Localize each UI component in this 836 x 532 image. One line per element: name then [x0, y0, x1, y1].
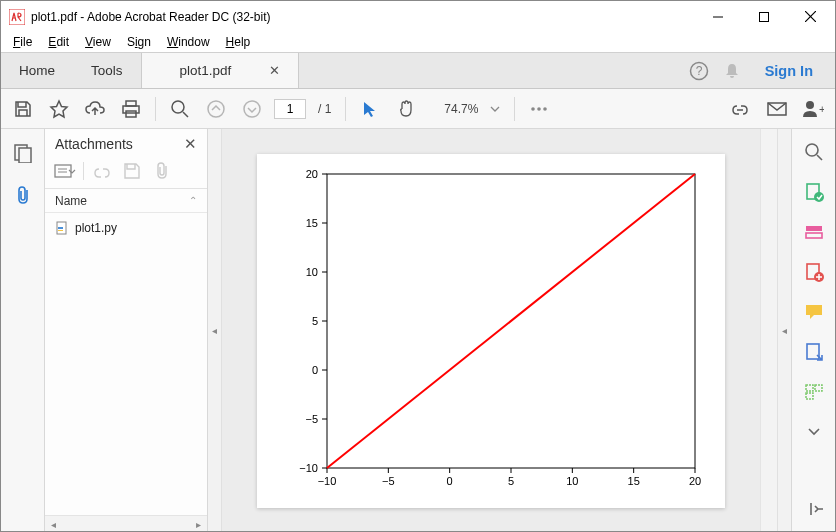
left-collapse-handle[interactable]: ◂: [208, 129, 222, 532]
panel-save-icon[interactable]: [120, 159, 144, 183]
attachments-panel: Attachments ✕ Name ⌃ plot1.py ◂ ▸: [45, 129, 208, 532]
create-pdf-icon[interactable]: [801, 259, 827, 285]
panel-title: Attachments: [55, 136, 184, 152]
svg-text:−10: −10: [299, 462, 318, 474]
svg-text:−5: −5: [305, 413, 318, 425]
svg-point-61: [814, 192, 824, 202]
svg-rect-71: [806, 393, 813, 399]
menu-window[interactable]: Window: [159, 33, 218, 51]
pointer-icon[interactable]: [356, 95, 384, 123]
svg-text:−5: −5: [382, 475, 395, 487]
maximize-button[interactable]: [741, 2, 787, 32]
svg-text:20: 20: [306, 168, 318, 180]
panel-horizontal-scrollbar[interactable]: ◂ ▸: [45, 515, 207, 532]
toolbar-separator: [155, 97, 156, 121]
svg-text:10: 10: [566, 475, 578, 487]
star-icon[interactable]: [45, 95, 73, 123]
svg-rect-9: [126, 111, 136, 117]
comment-icon[interactable]: [801, 299, 827, 325]
menu-sign[interactable]: Sign: [119, 33, 159, 51]
compress-icon[interactable]: [801, 379, 827, 405]
document-viewport[interactable]: −10−505101520−10−505101520: [222, 129, 760, 532]
link-share-icon[interactable]: [727, 95, 755, 123]
attachment-item[interactable]: plot1.py: [45, 217, 207, 239]
zoom-dropdown-icon[interactable]: [486, 95, 504, 123]
close-button[interactable]: [787, 2, 833, 32]
svg-rect-26: [58, 227, 63, 229]
svg-rect-68: [807, 344, 819, 359]
edit-pdf-icon[interactable]: [801, 219, 827, 245]
chart-plot: −10−505101520−10−505101520: [257, 154, 725, 508]
menu-help[interactable]: Help: [218, 33, 259, 51]
add-person-icon[interactable]: +: [799, 95, 827, 123]
print-icon[interactable]: [117, 95, 145, 123]
page-number-input[interactable]: [274, 99, 306, 119]
email-icon[interactable]: [763, 95, 791, 123]
chevron-down-icon[interactable]: [801, 419, 827, 445]
page-down-icon[interactable]: [238, 95, 266, 123]
menu-view[interactable]: View: [77, 33, 119, 51]
page-up-icon[interactable]: [202, 95, 230, 123]
left-rail: [1, 129, 45, 532]
panel-options-icon[interactable]: [53, 159, 77, 183]
svg-point-10: [172, 101, 184, 113]
expand-tools-icon[interactable]: [801, 496, 827, 522]
svg-rect-0: [9, 9, 25, 25]
toolbar-separator: [514, 97, 515, 121]
export-pdf-icon[interactable]: [801, 179, 827, 205]
tab-document[interactable]: plot1.pdf ✕: [141, 53, 300, 88]
file-icon: [55, 221, 69, 235]
tab-tools[interactable]: Tools: [73, 53, 141, 88]
thumbnails-icon[interactable]: [9, 139, 37, 167]
right-collapse-handle[interactable]: ◂: [777, 129, 791, 532]
hand-icon[interactable]: [392, 95, 420, 123]
scroll-right-arrow[interactable]: ▸: [190, 519, 207, 530]
window-title: plot1.pdf - Adobe Acrobat Reader DC (32-…: [31, 10, 695, 24]
save-icon[interactable]: [9, 95, 37, 123]
main-area: Attachments ✕ Name ⌃ plot1.py ◂ ▸ ◂: [1, 129, 835, 532]
column-name-label: Name: [55, 194, 87, 208]
svg-rect-2: [760, 12, 769, 21]
zoom-level-label: 74.7%: [428, 102, 478, 116]
pdf-page: −10−505101520−10−505101520: [257, 154, 725, 508]
panel-close-icon[interactable]: ✕: [184, 135, 197, 153]
minimize-button[interactable]: [695, 2, 741, 32]
svg-text:15: 15: [306, 217, 318, 229]
vertical-scrollbar[interactable]: [760, 129, 777, 532]
panel-attach-icon[interactable]: [150, 159, 174, 183]
tab-close-icon[interactable]: ✕: [269, 63, 280, 78]
svg-point-13: [244, 101, 260, 117]
help-icon[interactable]: ?: [689, 61, 709, 81]
toolbar: / 1 74.7% +: [1, 89, 835, 129]
svg-line-11: [183, 112, 188, 117]
bell-icon[interactable]: [723, 62, 741, 80]
svg-text:0: 0: [312, 364, 318, 376]
organize-icon[interactable]: [801, 339, 827, 365]
cloud-upload-icon[interactable]: [81, 95, 109, 123]
panel-column-header[interactable]: Name ⌃: [45, 189, 207, 213]
search-icon[interactable]: [166, 95, 194, 123]
svg-point-15: [538, 107, 542, 111]
sort-indicator-icon: ⌃: [189, 195, 197, 206]
attachments-icon[interactable]: [9, 181, 37, 209]
tab-bar: Home Tools plot1.pdf ✕ ? Sign In: [1, 52, 835, 89]
svg-rect-70: [815, 385, 822, 391]
title-bar: plot1.pdf - Adobe Acrobat Reader DC (32-…: [1, 1, 835, 32]
svg-point-12: [208, 101, 224, 117]
menu-file[interactable]: File: [5, 33, 40, 51]
svg-text:20: 20: [689, 475, 701, 487]
sign-in-link[interactable]: Sign In: [755, 63, 823, 79]
search-tool-icon[interactable]: [801, 139, 827, 165]
svg-line-59: [817, 155, 822, 160]
svg-rect-69: [806, 385, 813, 391]
svg-rect-22: [55, 165, 71, 177]
app-icon: [9, 9, 25, 25]
scroll-left-arrow[interactable]: ◂: [45, 519, 62, 530]
svg-text:−10: −10: [318, 475, 337, 487]
more-icon[interactable]: [525, 95, 553, 123]
svg-text:?: ?: [695, 64, 702, 78]
panel-open-icon[interactable]: [90, 159, 114, 183]
svg-point-18: [806, 101, 814, 109]
tab-home[interactable]: Home: [1, 53, 73, 88]
menu-edit[interactable]: Edit: [40, 33, 77, 51]
